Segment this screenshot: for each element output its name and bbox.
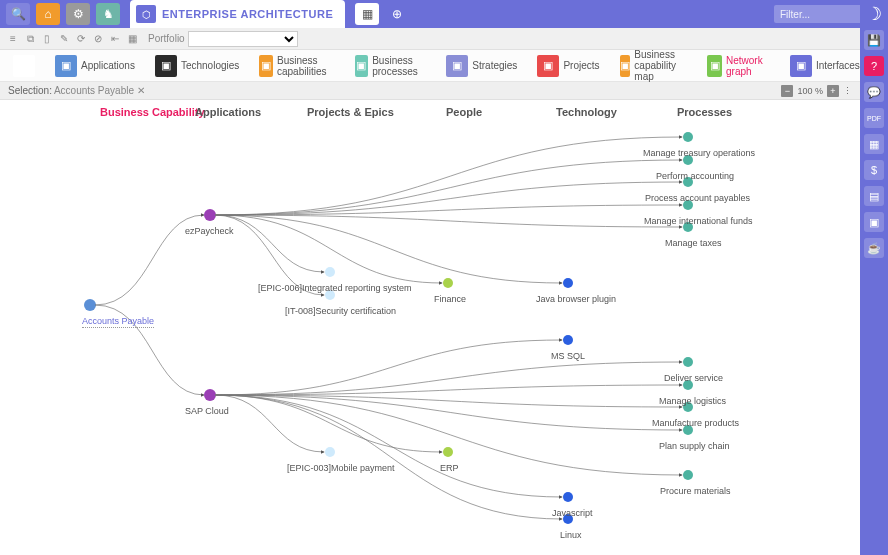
category-icon: ▣ (259, 55, 273, 77)
node-process-pr5[interactable]: Manage taxes (665, 238, 722, 248)
home-icon[interactable]: ⌂ (36, 3, 60, 25)
menu-icon[interactable]: ≡ (6, 32, 20, 46)
refresh-icon[interactable]: ⟳ (74, 32, 88, 46)
network-graph[interactable]: Business CapabilityApplicationsProjects … (0, 100, 860, 555)
node-process-pr4[interactable]: Manage international funds (644, 216, 753, 226)
category-technologies[interactable]: ▣Technologies (148, 52, 246, 80)
node-tech-mssql[interactable]: MS SQL (551, 351, 585, 361)
svg-point-12 (683, 132, 693, 142)
category-business-capability-map[interactable]: ▣Business capability map (613, 46, 695, 85)
category-label: Business capabilities (277, 55, 335, 77)
category-home[interactable]: ⌂ (6, 52, 42, 80)
node-root[interactable]: Accounts Payable (82, 316, 154, 328)
category-icon: ⌂ (13, 55, 35, 77)
tab-app-icon: ⬡ (136, 5, 156, 23)
column-header-projects: Projects & Epics (307, 106, 394, 118)
svg-point-6 (443, 278, 453, 288)
edit-icon[interactable]: ✎ (57, 32, 71, 46)
help-icon[interactable]: ? (864, 56, 884, 76)
category-icon: ▣ (55, 55, 77, 77)
column-header-apps: Applications (195, 106, 261, 118)
zoom-menu-icon[interactable]: ⋮ (843, 86, 852, 96)
node-project-p2[interactable]: [IT-008]Security certification (285, 306, 396, 316)
category-icon: ▣ (355, 55, 368, 77)
column-header-processes: Processes (677, 106, 732, 118)
svg-point-3 (325, 267, 335, 277)
module-icon[interactable]: ♞ (96, 3, 120, 25)
align-icon[interactable]: ⇤ (108, 32, 122, 46)
svg-point-17 (683, 357, 693, 367)
tab-title: ENTERPRISE ARCHITECTURE (162, 8, 333, 20)
node-process-pr2[interactable]: Perform accounting (656, 171, 734, 181)
node-process-pr7[interactable]: Manage logistics (659, 396, 726, 406)
category-projects[interactable]: ▣Projects (530, 52, 606, 80)
category-strategies[interactable]: ▣Strategies (439, 52, 524, 80)
grid-icon[interactable]: ▦ (125, 32, 139, 46)
category-icon: ▣ (155, 55, 177, 77)
save-icon[interactable]: 💾 (864, 30, 884, 50)
category-nav: ⌂▣Applications▣Technologies▣Business cap… (0, 50, 860, 82)
node-process-pr10[interactable]: Procure materials (660, 486, 731, 496)
node-project-p3[interactable]: [EPIC-003]Mobile payment (287, 463, 395, 473)
zoom-control: − 100 % + ⋮ (781, 85, 852, 97)
svg-point-21 (683, 470, 693, 480)
chat-icon[interactable]: 💬 (864, 82, 884, 102)
powerpoint-export-icon[interactable]: ▣ (864, 212, 884, 232)
node-people-erp[interactable]: ERP (440, 463, 459, 473)
right-sidebar: ☽ 💾 ? 💬 PDF ▦ $ ▤ ▣ ☕ (860, 0, 888, 555)
pdf-export-icon[interactable]: PDF (864, 108, 884, 128)
excel-export-icon[interactable]: ▦ (864, 134, 884, 154)
zoom-value: 100 % (797, 86, 823, 96)
category-label: Strategies (472, 60, 517, 71)
node-app-sap[interactable]: SAP Cloud (185, 406, 229, 416)
calendar-icon[interactable]: ▤ (864, 186, 884, 206)
node-project-p1[interactable]: [EPIC-006]Integrated reporting system (258, 283, 412, 293)
selection-prefix: Selection: (8, 85, 52, 96)
selection-bar: Selection: Accounts Payable ✕ − 100 % + … (0, 82, 860, 100)
node-process-pr6[interactable]: Deliver service (664, 373, 723, 383)
svg-point-5 (325, 447, 335, 457)
node-process-pr9[interactable]: Plan supply chain (659, 441, 730, 451)
add-tab-icon[interactable]: ⊕ (385, 3, 409, 25)
svg-point-2 (204, 389, 216, 401)
toolbar: ≡ ⧉ ▯ ✎ ⟳ ⊘ ⇤ ▦ Portfolio (0, 28, 860, 50)
svg-point-10 (563, 492, 573, 502)
node-tech-js[interactable]: Javascript (552, 508, 593, 518)
category-icon: ▣ (537, 55, 559, 77)
category-business-processes[interactable]: ▣Business processes (348, 52, 434, 80)
paste-icon[interactable]: ▯ (40, 32, 54, 46)
node-process-pr8[interactable]: Manufacture products (652, 418, 739, 428)
active-tab[interactable]: ⬡ ENTERPRISE ARCHITECTURE (130, 0, 345, 28)
coffee-icon[interactable]: ☕ (864, 238, 884, 258)
cost-icon[interactable]: $ (864, 160, 884, 180)
settings-icon[interactable]: ⚙ (66, 3, 90, 25)
category-applications[interactable]: ▣Applications (48, 52, 142, 80)
category-network-graph[interactable]: ▣Network graph (700, 52, 777, 80)
category-label: Projects (563, 60, 599, 71)
new-tab-icon[interactable]: ▦ (355, 3, 379, 25)
column-header-tech: Technology (556, 106, 617, 118)
node-people-fin[interactable]: Finance (434, 294, 466, 304)
category-business-capabilities[interactable]: ▣Business capabilities (252, 52, 341, 80)
node-process-pr1[interactable]: Manage treasury operations (643, 148, 755, 158)
svg-point-0 (84, 299, 96, 311)
category-icon: ▣ (620, 55, 631, 77)
zoom-out-button[interactable]: − (781, 85, 793, 97)
svg-point-7 (443, 447, 453, 457)
category-label: Interfaces (816, 60, 860, 71)
node-tech-linux[interactable]: Linux (560, 530, 582, 540)
portfolio-label: Portfolio (148, 33, 185, 44)
selection-clear-icon[interactable]: ✕ (137, 85, 145, 96)
node-tech-java[interactable]: Java browser plugin (536, 294, 616, 304)
clear-icon[interactable]: ⊘ (91, 32, 105, 46)
node-process-pr3[interactable]: Process account payables (645, 193, 750, 203)
moon-icon[interactable]: ☽ (864, 4, 884, 24)
portfolio-select[interactable] (188, 31, 298, 47)
node-app-ez[interactable]: ezPaycheck (185, 226, 234, 236)
copy-icon[interactable]: ⧉ (23, 32, 37, 46)
zoom-in-button[interactable]: + (827, 85, 839, 97)
category-interfaces[interactable]: ▣Interfaces (783, 52, 867, 80)
svg-point-1 (204, 209, 216, 221)
search-icon[interactable]: 🔍 (6, 3, 30, 25)
column-header-people: People (446, 106, 482, 118)
